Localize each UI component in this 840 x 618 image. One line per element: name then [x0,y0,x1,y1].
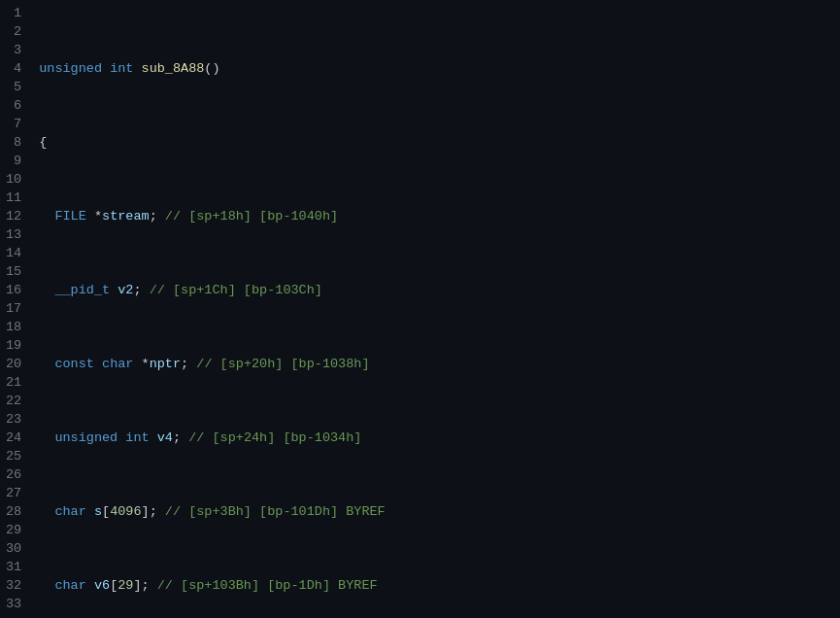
code-line-8: char v6[29]; // [sp+103Bh] [bp-1Dh] BYRE… [39,576,840,595]
code-line-7: char s[4096]; // [sp+3Bh] [bp-101Dh] BYR… [39,502,840,521]
code-lines: unsigned int sub_8A88() { FILE *stream; … [29,0,840,618]
code-editor: 1 2 3 4 5 6 7 8 9 10 11 12 13 14 15 16 1… [0,0,840,618]
code-line-5: const char *nptr; // [sp+20h] [bp-1038h] [39,355,840,373]
line-numbers: 1 2 3 4 5 6 7 8 9 10 11 12 13 14 15 16 1… [0,0,29,618]
code-line-1: unsigned int sub_8A88() [39,59,840,78]
code-line-2: { [39,133,840,152]
code-line-6: unsigned int v4; // [sp+24h] [bp-1034h] [39,429,840,447]
code-line-4: __pid_t v2; // [sp+1Ch] [bp-103Ch] [39,281,840,299]
code-line-3: FILE *stream; // [sp+18h] [bp-1040h] [39,207,840,225]
